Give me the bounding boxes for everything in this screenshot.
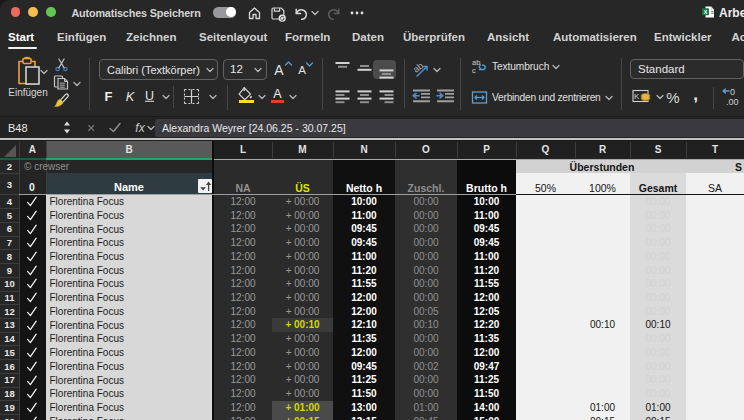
svg-text:c: c: [472, 66, 476, 75]
svg-text:X: X: [704, 8, 708, 14]
svg-text:K: K: [634, 92, 640, 101]
svg-text:.00: .00: [726, 97, 739, 107]
svg-text:0: 0: [730, 87, 735, 97]
svg-text:ab: ab: [412, 61, 425, 75]
